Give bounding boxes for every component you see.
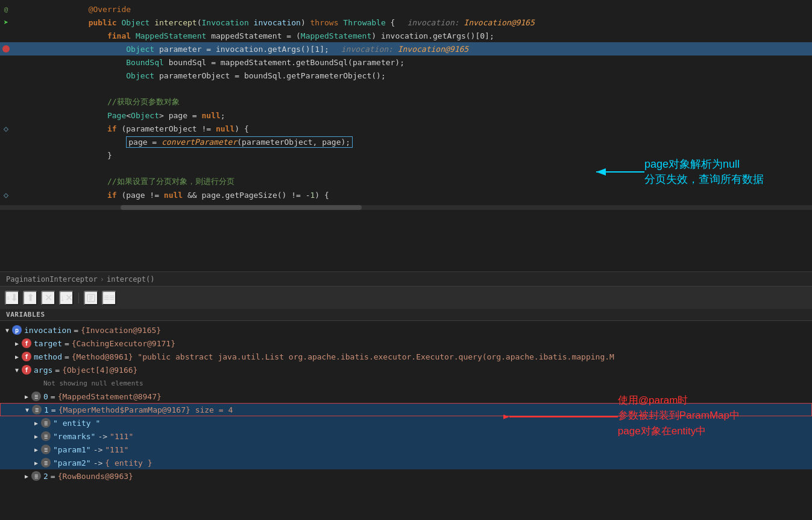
expand-toggle[interactable]: ▶ [22,393,31,400]
var-icon-box: ≡ [32,405,42,414]
var-eq: -> [93,458,103,468]
var-name: 2 [43,472,48,481]
code-line: Object parameterObject = boundSql.getPar… [0,69,812,82]
var-icon-box: ≡ [41,431,51,441]
var-row-param2[interactable]: ▶ ≡ "param2" -> { entity } [0,456,812,469]
var-eq: = [51,405,56,414]
debug-arrow-icon: ➤ [4,17,8,27]
expand-toggle[interactable]: ▶ [12,340,22,347]
var-name: 0 [43,392,48,401]
gutter-icon [0,45,12,52]
breakpoint-icon [2,45,10,52]
override-icon: @ [4,5,8,13]
var-name: "param1" [53,445,91,454]
step-out-button[interactable]: ✕ [41,291,55,305]
gutter-icon: ➤ [0,17,12,27]
var-icon-box: ≡ [31,471,41,481]
breadcrumb-separator: › [100,275,104,284]
var-icon-f: f [22,338,31,348]
var-value: { entity } [105,458,152,468]
evaluate-button[interactable] [84,291,98,305]
gutter-icon: ◇ [0,124,12,133]
breadcrumb-class: PaginationInterceptor [6,275,98,284]
var-name: "remarks" [53,432,95,441]
expand-toggle[interactable]: ▶ [31,446,41,453]
var-eq: = [65,339,69,348]
var-value: {MappedStatement@8947} [58,392,162,401]
var-eq: = [65,352,69,361]
var-name: args [34,366,52,375]
variables-header: Variables [0,309,812,321]
var-value: {Object[4]@9166} [62,366,137,375]
var-icon-box: ≡ [31,392,41,401]
var-name: " entity " [53,419,100,428]
step-over-icon [6,293,10,303]
fold-icon: ◇ [4,190,8,200]
var-row-param1[interactable]: ▶ ≡ "param1" -> "111" [0,443,812,456]
var-row-method[interactable]: ▶ f method = {Method@8961} "public abstr… [0,350,812,363]
step-over-button[interactable]: ⬇ [5,291,19,305]
var-row-invocation[interactable]: ▼ p invocation = {Invocation@9165} [0,323,812,337]
var-row-args[interactable]: ▼ f args = {Object[4]@9166} [0,363,812,376]
fold-icon: ◇ [4,124,8,133]
var-eq: -> [98,432,107,441]
var-icon-box: ≡ [41,458,51,468]
breadcrumb-bar: PaginationInterceptor › intercept() [0,271,812,286]
var-eq: = [51,472,55,481]
evaluate-icon [86,293,96,303]
right-annotation: page对象解析为null分页失效，查询所有数据 [644,157,764,187]
var-name: 1 [44,405,49,414]
gutter-icon: ◇ [0,190,12,200]
debugger-toolbar: ⬇ ⬆ ✕ ↓✕ ≡≡ [0,286,812,309]
var-name: "param2" [53,458,91,468]
var-value: {CachingExecutor@9171} [72,339,175,348]
toolbar-separator [78,293,79,303]
bottom-annotation-text: 使用@param时参数被封装到ParamMap中page对象在entity中 [618,393,740,439]
expand-toggle[interactable]: ▼ [2,327,12,334]
null-note: Not showing null elements [43,379,143,387]
trace-button[interactable]: ≡≡ [102,291,116,305]
var-row-arg2[interactable]: ▶ ≡ 2 = {RowBounds@8963} [0,469,812,483]
right-annotation-text: page对象解析为null分页失效，查询所有数据 [644,157,764,187]
var-value: "111" [110,432,133,441]
var-icon-f: f [22,352,31,361]
expand-toggle[interactable]: ▶ [31,433,41,440]
var-name: method [34,352,62,361]
var-eq: -> [93,445,103,454]
var-value: {Invocation@9165} [81,326,161,335]
var-row-note: Not showing null elements [0,376,812,390]
arrow-svg [590,160,650,184]
expand-toggle[interactable]: ▶ [31,420,41,426]
breadcrumb-method: intercept() [107,275,154,284]
step-into-button[interactable]: ⬆ [23,291,37,305]
var-icon-box: ≡ [41,418,51,428]
expand-toggle[interactable]: ▶ [31,460,41,466]
expand-toggle[interactable]: ▶ [12,354,22,360]
run-to-cursor-button[interactable]: ↓✕ [59,291,74,305]
bottom-arrow-svg [503,408,624,426]
code-line: ◇ if (page != null && page.getPageSize()… [0,188,812,201]
var-value: {RowBounds@8963} [58,472,133,481]
var-icon-box: ≡ [41,445,51,454]
var-eq: = [51,392,55,401]
var-name: target [34,339,62,348]
var-value: {Method@8961} "public abstract java.util… [72,352,614,361]
var-icon-f: f [22,365,31,375]
var-value: {MapperMethod$ParamMap@9167} size = 4 [58,405,233,414]
var-eq: = [74,326,78,335]
bottom-annotation: 使用@param时参数被封装到ParamMap中page对象在entity中 [618,393,740,439]
var-value: "111" [105,445,128,454]
gutter-icon: @ [0,5,12,13]
expand-toggle[interactable]: ▼ [22,407,32,413]
var-name: invocation [24,326,71,335]
expand-toggle[interactable]: ▶ [22,473,31,480]
code-editor: @ @Override ➤ public Object intercept(In… [0,0,812,271]
expand-toggle[interactable]: ▼ [12,367,22,373]
var-icon-p: p [12,325,22,335]
var-row-target[interactable]: ▶ f target = {CachingExecutor@9171} [0,337,812,350]
var-eq: = [55,366,60,375]
